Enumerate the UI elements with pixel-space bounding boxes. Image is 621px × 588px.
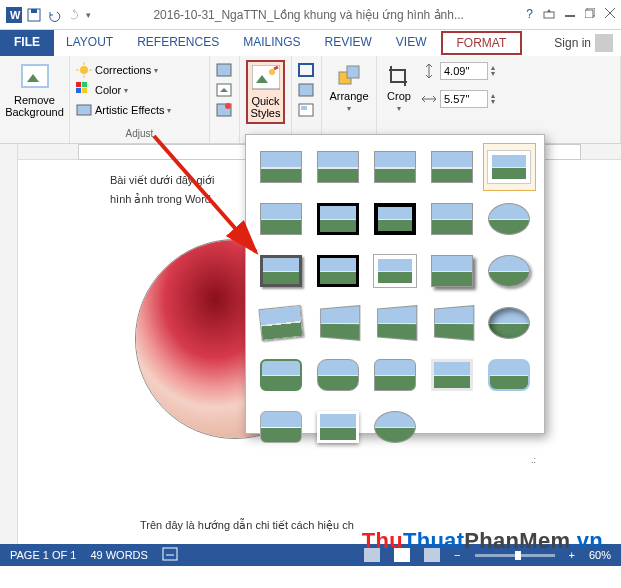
layout-icon [298, 102, 314, 118]
style-item[interactable] [426, 195, 479, 243]
group-adjust-extra [210, 56, 240, 143]
style-item[interactable] [254, 247, 307, 295]
svg-rect-20 [82, 88, 87, 93]
arrange-icon [337, 64, 361, 88]
svg-rect-22 [217, 64, 231, 76]
width-field[interactable]: 5.57" ▴▾ [421, 88, 495, 110]
artistic-button[interactable]: Artistic Effects▾ [76, 100, 203, 120]
change-icon [216, 82, 232, 98]
help-icon[interactable]: ? [526, 7, 533, 22]
minimize-icon[interactable] [565, 7, 575, 22]
picture-styles-gallery: .: [245, 134, 545, 434]
remove-background-button[interactable]: Remove Background [6, 60, 63, 122]
spinner-icon[interactable]: ▴▾ [491, 93, 495, 104]
svg-rect-19 [76, 88, 81, 93]
style-item[interactable] [426, 299, 479, 347]
style-item[interactable] [368, 195, 421, 243]
artistic-label: Artistic Effects [95, 104, 164, 116]
style-item[interactable] [311, 195, 364, 243]
style-item[interactable] [483, 143, 536, 191]
height-icon [421, 63, 437, 79]
style-item[interactable] [483, 299, 536, 347]
style-item[interactable] [483, 247, 536, 295]
quick-styles-label: Quick Styles [251, 95, 281, 119]
style-item[interactable] [426, 351, 479, 399]
title-bar: W ▾ 2016-10-31_NgaTTN_Lồng khung và hiệu… [0, 0, 621, 30]
tab-format[interactable]: FORMAT [441, 31, 523, 55]
quick-styles-button[interactable]: Quick Styles [246, 60, 285, 124]
style-item[interactable] [368, 247, 421, 295]
crop-button[interactable]: Crop▾ [383, 60, 415, 117]
style-item[interactable] [368, 143, 421, 191]
style-item[interactable] [483, 195, 536, 243]
style-item[interactable] [426, 247, 479, 295]
change-button[interactable] [216, 80, 233, 100]
layout-button[interactable] [298, 100, 315, 120]
style-item[interactable] [311, 143, 364, 191]
compress-icon [216, 62, 232, 78]
arrange-label: Arrange [329, 90, 368, 102]
restore-icon[interactable] [585, 7, 595, 22]
style-item[interactable] [483, 351, 536, 399]
border-button[interactable] [298, 60, 315, 80]
width-value[interactable]: 5.57" [440, 90, 488, 108]
svg-point-12 [80, 66, 88, 74]
close-icon[interactable] [605, 7, 615, 22]
tab-mailings[interactable]: MAILINGS [231, 30, 312, 56]
tab-review[interactable]: REVIEW [313, 30, 384, 56]
color-button[interactable]: Color▾ [76, 80, 203, 100]
style-item[interactable] [311, 247, 364, 295]
svg-rect-29 [299, 84, 313, 96]
svg-rect-4 [544, 12, 554, 18]
remove-bg-icon [21, 64, 49, 92]
sign-in[interactable]: Sign in [546, 30, 621, 56]
artistic-icon [76, 102, 92, 118]
style-item[interactable] [311, 299, 364, 347]
effects-button[interactable] [298, 80, 315, 100]
gallery-expand-icon[interactable]: .: [254, 455, 536, 467]
arrange-button[interactable]: Arrange▾ [328, 60, 370, 117]
style-item[interactable] [311, 403, 364, 451]
style-item[interactable] [254, 351, 307, 399]
style-item[interactable] [368, 403, 421, 451]
watermark: ThuThuatPhanMem.vn [362, 528, 603, 554]
word-count[interactable]: 49 WORDS [90, 549, 147, 561]
style-item[interactable] [311, 351, 364, 399]
style-item[interactable] [254, 299, 307, 347]
compress-button[interactable] [216, 60, 233, 80]
height-value[interactable]: 4.09" [440, 62, 488, 80]
tab-view[interactable]: VIEW [384, 30, 439, 56]
ribbon-display-icon[interactable] [543, 7, 555, 22]
reset-button[interactable] [216, 100, 233, 120]
save-icon[interactable] [26, 7, 42, 23]
style-item[interactable] [254, 195, 307, 243]
height-field[interactable]: 4.09" ▴▾ [421, 60, 495, 82]
svg-rect-3 [31, 9, 37, 13]
page-indicator[interactable]: PAGE 1 OF 1 [10, 549, 76, 561]
sign-in-label: Sign in [554, 36, 591, 50]
ribbon: Remove Background Corrections▾ Color▾ Ar… [0, 56, 621, 144]
tab-file[interactable]: FILE [0, 30, 54, 56]
doc-footer-line: Trên đây là hướng dẫn chi tiết cách hiệu… [140, 519, 354, 532]
watermark-a: Thu [362, 528, 403, 553]
avatar-icon [595, 34, 613, 52]
group-size: Crop▾ 4.09" ▴▾ 5.57" ▴▾ [377, 56, 621, 143]
quick-access-toolbar: W ▾ [6, 7, 91, 23]
spinner-icon[interactable]: ▴▾ [491, 65, 495, 76]
style-item[interactable] [254, 403, 307, 451]
corrections-button[interactable]: Corrections▾ [76, 60, 203, 80]
style-item[interactable] [368, 351, 421, 399]
crop-label: Crop [387, 90, 411, 102]
brightness-icon [76, 62, 92, 78]
redo-icon[interactable] [66, 7, 82, 23]
style-item[interactable] [254, 143, 307, 191]
style-item[interactable] [368, 299, 421, 347]
effects-icon [298, 82, 314, 98]
tab-layout[interactable]: LAYOUT [54, 30, 125, 56]
corrections-label: Corrections [95, 64, 151, 76]
tab-references[interactable]: REFERENCES [125, 30, 231, 56]
proofing-icon[interactable] [162, 547, 178, 563]
undo-icon[interactable] [46, 7, 62, 23]
style-item[interactable] [426, 143, 479, 191]
vertical-ruler[interactable] [0, 144, 18, 544]
